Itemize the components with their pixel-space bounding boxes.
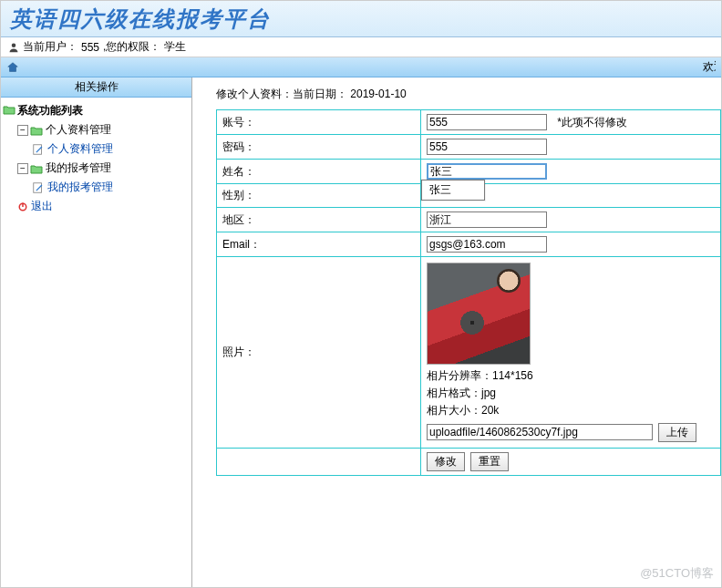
user-prefix: 当前用户： — [23, 39, 77, 55]
sidebar: 相关操作 系统功能列表 − 个人资料管理 个人资料管理 — [1, 77, 192, 588]
app-title: 英语四六级在线报考平台 — [1, 1, 721, 37]
tree-group-label: 我的报考管理 — [46, 160, 111, 176]
svg-rect-1 — [34, 144, 42, 154]
main-content: 修改个人资料：当前日期： 2019-01-10 账号： *此项不得修改 密码： — [192, 77, 721, 588]
edit-icon — [32, 143, 45, 156]
email-field[interactable] — [427, 236, 547, 253]
photo-size-value: 20k — [481, 404, 499, 417]
photo-fmt-label: 相片格式： — [427, 387, 481, 399]
svg-rect-2 — [34, 182, 42, 192]
account-note: *此项不得修改 — [557, 116, 627, 129]
user-role: 学生 — [164, 39, 186, 55]
edit-icon — [32, 181, 45, 194]
autocomplete-option[interactable]: 张三 — [429, 183, 451, 196]
power-icon — [17, 201, 28, 212]
name-field[interactable] — [427, 163, 547, 180]
name-autocomplete[interactable]: 张三 — [421, 180, 485, 201]
tree-item-exit[interactable]: 退出 — [3, 197, 190, 216]
label-region: 地区： — [222, 213, 255, 226]
tree-item-label: 退出 — [31, 199, 53, 214]
user-name: 555 — [81, 41, 99, 54]
tree-group-exam[interactable]: − 我的报考管理 — [3, 159, 190, 178]
photo-res-value: 114*156 — [492, 369, 533, 382]
page-heading-prefix: 修改个人资料：当前日期： — [216, 88, 347, 100]
photo-info: 相片分辨率：114*156 相片格式：jpg 相片大小：20k — [427, 367, 715, 420]
label-email: Email： — [222, 238, 261, 251]
submit-button[interactable]: 修改 — [427, 452, 465, 471]
photo-preview — [427, 263, 531, 365]
label-password: 密码： — [222, 140, 255, 153]
home-icon[interactable] — [6, 61, 19, 74]
sidebar-panel-title: 相关操作 — [1, 77, 191, 98]
photo-size-label: 相片大小： — [427, 404, 481, 417]
tree-group-personal[interactable]: − 个人资料管理 — [3, 120, 190, 139]
user-role-prefix: ,您的权限： — [103, 39, 160, 55]
tree-root-label: 系统功能列表 — [17, 104, 83, 117]
breadcrumb-bar: 欢迎 — [1, 57, 721, 77]
user-icon — [8, 42, 19, 53]
label-gender: 性别： — [222, 189, 255, 201]
tree-item-label: 个人资料管理 — [47, 141, 113, 157]
svg-point-0 — [12, 43, 16, 47]
collapse-icon[interactable]: − — [17, 163, 28, 174]
label-account: 账号： — [222, 116, 255, 129]
user-bar: 当前用户： 555 ,您的权限： 学生 — [1, 37, 721, 57]
app-title-text: 英语四六级在线报考平台 — [10, 6, 271, 31]
svg-rect-4 — [22, 202, 24, 207]
photo-path-field[interactable] — [427, 424, 653, 440]
upload-button[interactable]: 上传 — [658, 423, 696, 442]
tree-root: 系统功能列表 — [3, 101, 190, 120]
page-heading-date: 2019-01-10 — [350, 88, 406, 100]
tree-group-label: 个人资料管理 — [46, 122, 111, 138]
photo-fmt-value: jpg — [481, 387, 496, 399]
tree-item-personal-edit[interactable]: 个人资料管理 — [3, 139, 190, 159]
label-photo: 照片： — [222, 346, 255, 358]
profile-form: 账号： *此项不得修改 密码： 姓名： 张三 — [216, 109, 721, 476]
region-field[interactable] — [427, 211, 547, 228]
photo-res-label: 相片分辨率： — [427, 369, 492, 382]
reset-button[interactable]: 重置 — [470, 452, 509, 471]
sidebar-panel-title-text: 相关操作 — [75, 79, 119, 95]
collapse-icon[interactable]: − — [17, 125, 28, 136]
watermark: @51CTO博客 — [640, 565, 714, 582]
label-name: 姓名： — [222, 165, 255, 178]
folder-open-icon — [3, 104, 15, 115]
password-field[interactable] — [427, 139, 547, 155]
welcome-text: 欢迎 — [703, 59, 716, 75]
page-heading: 修改个人资料：当前日期： 2019-01-10 — [216, 87, 721, 102]
account-field[interactable] — [427, 114, 547, 130]
tree-item-exam-manage[interactable]: 我的报考管理 — [3, 178, 190, 197]
folder-open-icon — [30, 163, 43, 174]
tree-item-label: 我的报考管理 — [47, 180, 113, 195]
folder-open-icon — [30, 125, 43, 136]
nav-tree: 系统功能列表 − 个人资料管理 个人资料管理 − — [1, 98, 191, 220]
